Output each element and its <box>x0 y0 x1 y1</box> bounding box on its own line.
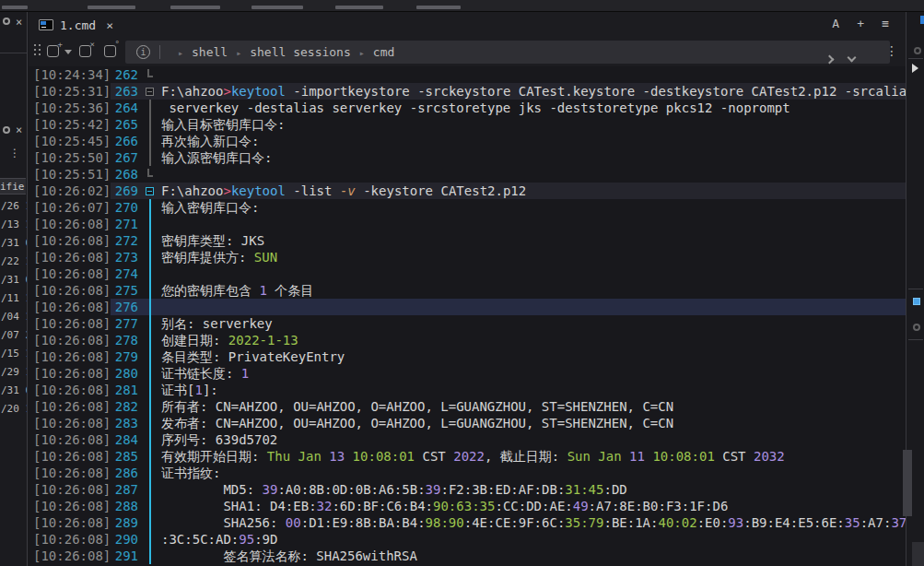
terminal-line-text: 证书[1]: <box>161 382 906 398</box>
menu-item-clipped[interactable] <box>251 6 303 9</box>
close-icon[interactable]: × <box>16 124 22 136</box>
line-number[interactable]: 291 <box>111 548 138 564</box>
line-number[interactable]: 281 <box>111 382 138 398</box>
fold-region-line <box>149 265 151 282</box>
fold-gutter[interactable] <box>138 83 161 100</box>
line-number[interactable]: 284 <box>111 431 138 448</box>
fold-gutter[interactable] <box>138 183 161 199</box>
panel-icon-clipped[interactable] <box>920 16 924 24</box>
menu-item-clipped[interactable] <box>88 6 135 9</box>
close-terminal-tab-button[interactable]: × <box>79 45 91 57</box>
file-panel-row-clipped[interactable]: /11 1 <box>1 292 27 304</box>
terminal-line: [10:26:08]283发布者: CN=AHZOO, OU=AHZOO, O=… <box>29 415 906 431</box>
line-number[interactable]: 286 <box>111 465 138 481</box>
line-number[interactable]: 273 <box>111 249 138 265</box>
detach-tab-button[interactable]: ° <box>104 45 116 57</box>
terminal-line-text: SHA1: D4:EB:32:6D:BF:C6:B4:90:63:35:CC:D… <box>161 498 906 514</box>
terminal-line-text: 您的密钥库包含 1 个条目 <box>161 282 906 299</box>
line-number[interactable]: 290 <box>111 531 138 548</box>
terminal-line: [10:26:02]269F:\ahzoo>keytool -list -v -… <box>29 183 906 199</box>
line-number[interactable]: 277 <box>111 315 138 332</box>
terminal-line: [10:26:08]290:3C:5C:AD:95:9D <box>29 531 906 548</box>
play-icon[interactable] <box>912 64 918 73</box>
menu-item-clipped[interactable] <box>170 6 220 9</box>
line-number[interactable]: 287 <box>111 481 138 498</box>
scrollbar-thumb[interactable] <box>903 450 912 516</box>
file-panel-row-clipped[interactable]: /31 0 <box>1 274 27 286</box>
kebab-menu-icon[interactable]: ⋮ <box>885 43 898 58</box>
file-panel-row-clipped[interactable]: /20 1 <box>1 403 27 415</box>
close-icon[interactable]: × <box>16 16 22 29</box>
file-panel-row-clipped[interactable]: /13 1 <box>1 218 27 230</box>
fold-gutter <box>138 199 161 216</box>
gear-icon[interactable] <box>913 324 920 331</box>
line-number[interactable]: 271 <box>111 216 138 232</box>
tab-1cmd[interactable]: 1.cmd × <box>33 14 119 36</box>
fold-region-line <box>149 398 151 415</box>
line-number[interactable]: 262 <box>111 66 138 83</box>
tab-close-icon[interactable]: × <box>106 18 113 32</box>
panel-blue-icon[interactable] <box>913 298 920 305</box>
log-timestamp: [10:26:08] <box>29 249 111 265</box>
new-terminal-tab-button[interactable]: + <box>47 45 59 57</box>
line-number[interactable]: 279 <box>111 348 138 365</box>
line-number[interactable]: 285 <box>111 448 138 465</box>
file-panel-column-header[interactable]: ifie <box>0 178 26 195</box>
breadcrumb-item[interactable]: shell <box>192 45 228 59</box>
fold-region-line <box>149 232 151 249</box>
gear-icon[interactable] <box>3 126 10 134</box>
line-number[interactable]: 263 <box>111 83 138 100</box>
breadcrumb-item[interactable]: cmd <box>373 45 394 59</box>
run-command-icon[interactable] <box>826 52 833 65</box>
breadcrumb-item[interactable]: shell sessions <box>250 45 351 59</box>
terminal-log-editor[interactable]: [10:24:34]262[10:25:31]263F:\ahzoo>keyto… <box>29 66 906 566</box>
info-icon[interactable] <box>136 45 150 59</box>
line-number[interactable]: 282 <box>111 398 138 415</box>
fold-collapse-icon[interactable] <box>146 187 154 195</box>
drag-handle-icon[interactable] <box>34 44 36 46</box>
gear-icon[interactable] <box>3 18 10 25</box>
log-timestamp: [10:26:08] <box>29 465 111 481</box>
file-panel-row-clipped[interactable]: /31 0 <box>1 384 27 396</box>
terminal-line: [10:26:08]274 <box>29 265 906 282</box>
new-tab-dropdown-icon[interactable] <box>64 50 72 54</box>
fold-region-line <box>149 548 151 564</box>
line-number[interactable]: 268 <box>111 166 138 183</box>
line-number[interactable]: 280 <box>111 365 138 382</box>
file-panel-row-clipped[interactable]: /31 0 <box>1 237 27 249</box>
app-window: × × ⋮ ifie /26 1/13 1/31 0/22 1/31 0/11 … <box>0 0 924 566</box>
line-number[interactable]: 275 <box>111 282 138 299</box>
terminal-line: [10:25:36]264 serverkey -destalias serve… <box>29 100 906 116</box>
font-size-button[interactable]: A <box>832 17 839 30</box>
fold-collapse-icon[interactable] <box>146 88 154 96</box>
file-panel-row-clipped[interactable]: /22 1 <box>1 255 27 267</box>
hamburger-menu-icon[interactable]: ≡ <box>882 17 889 30</box>
log-timestamp: [10:25:45] <box>29 133 111 149</box>
line-number[interactable]: 266 <box>111 133 138 149</box>
line-number[interactable]: 276 <box>111 299 138 315</box>
line-number[interactable]: 269 <box>111 183 138 199</box>
file-panel-row-clipped[interactable]: /26 1 <box>1 200 27 212</box>
line-number[interactable]: 289 <box>111 514 138 531</box>
line-number[interactable]: 270 <box>111 199 138 216</box>
new-tab-button[interactable]: + <box>857 17 864 30</box>
file-panel-row-clipped[interactable]: /04 1 <box>1 311 27 323</box>
line-number[interactable]: 278 <box>111 332 138 348</box>
line-number[interactable]: 264 <box>111 100 138 116</box>
run-dropdown-icon[interactable] <box>848 50 855 64</box>
file-panel-row-clipped[interactable]: /07 2 <box>1 329 27 341</box>
kebab-icon[interactable]: ⋮ <box>9 147 20 159</box>
line-number[interactable]: 265 <box>111 116 138 133</box>
line-number[interactable]: 267 <box>111 149 138 166</box>
file-panel-row-clipped[interactable]: /29 1 <box>1 366 27 378</box>
menu-item-clipped[interactable] <box>335 6 383 9</box>
terminal-line-text: 有效期开始日期: Thu Jan 13 10:08:01 CST 2022, 截… <box>161 448 906 465</box>
file-panel-row-clipped[interactable]: /15 1 <box>1 348 27 360</box>
menu-item-clipped[interactable] <box>416 6 461 9</box>
line-number[interactable]: 288 <box>111 498 138 514</box>
menu-item-clipped[interactable] <box>2 6 28 9</box>
line-number[interactable]: 274 <box>111 265 138 282</box>
line-number[interactable]: 283 <box>111 415 138 431</box>
gear-icon[interactable] <box>914 47 921 54</box>
line-number[interactable]: 272 <box>111 232 138 249</box>
